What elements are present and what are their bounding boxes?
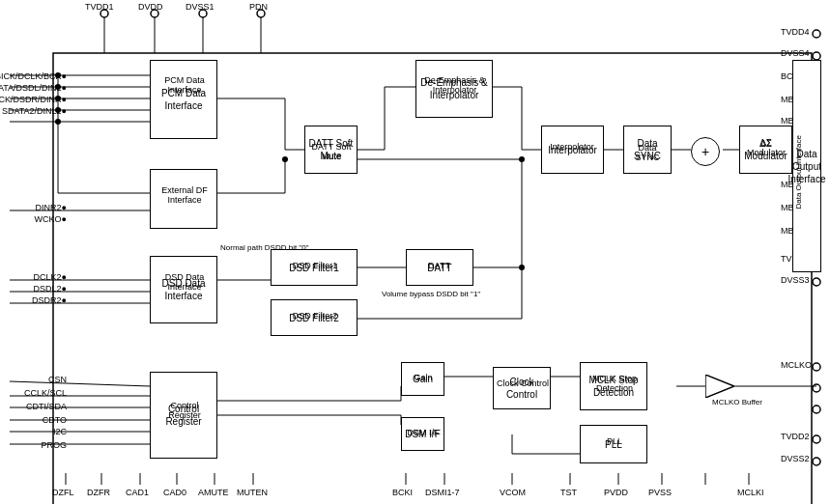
dsm-if-label: DSM I/F (404, 428, 443, 437)
label-mclki: MCLKI (737, 488, 764, 497)
label-cad0: CAD0 (163, 488, 186, 497)
label-dclk2: DCLK2● (34, 272, 67, 282)
label-vcom: VCOM (500, 488, 526, 497)
label-tvdd4: TVDD4 (781, 27, 810, 37)
svg-point-66 (519, 265, 525, 270)
label-dvdd: DVDD (138, 2, 163, 12)
svg-point-19 (813, 278, 820, 286)
label-pvss: PVSS (648, 488, 672, 497)
label-pdn: PDN (249, 2, 268, 12)
svg-point-54 (519, 156, 525, 162)
control-reg-label: Control Register (155, 401, 215, 420)
label-pvdd: PVDD (604, 488, 628, 497)
pcm-label: PCM Data Interface (157, 75, 213, 95)
label-dsmi: DSMI1-7 (425, 488, 460, 497)
label-dinr2: DINR2● (36, 203, 67, 212)
label-prog: PROG (41, 440, 67, 450)
gain-label: Gain (404, 373, 443, 382)
svg-point-21 (813, 384, 820, 392)
datt-dsd-label: DATT (408, 261, 471, 270)
svg-marker-107 (705, 375, 734, 398)
datt-sm-label: DATT Soft Mute (307, 142, 356, 161)
de-emphasis-label: De-Emphasis & Interpolator (418, 75, 491, 95)
clock-ctrl-label: Clock Control (496, 378, 550, 388)
svg-point-34 (55, 119, 61, 125)
label-cclk: CCLK/SCL (24, 388, 67, 398)
sum-junction: + (691, 137, 720, 166)
data-output-label: Data Output Interface (794, 135, 821, 210)
interpolator-label: Interpolator (543, 142, 601, 152)
ext-df-label: External DF Interface (157, 185, 213, 205)
label-dvss4: DVSS4 (781, 48, 810, 58)
pcm-data-interface-box: PCM Data Interface (150, 60, 217, 139)
dsd-label-inner: DSD Data Interface (157, 272, 213, 292)
label-wcko: WCKO● (35, 214, 67, 224)
svg-point-8 (813, 30, 820, 38)
label-bick: BICK/DCLK/BCK● (0, 71, 67, 81)
label-dvss3: DVSS3 (781, 275, 810, 285)
svg-point-23 (813, 435, 820, 443)
svg-point-9 (813, 52, 820, 60)
label-cad1: CAD1 (126, 488, 149, 497)
block-diagram: TVDD1 DVDD DVSS1 PDN BICK/DCLK/BCK● SDAT… (0, 0, 830, 504)
data-sync-label: Data SYNC (626, 143, 669, 162)
label-bcki: BCKI (392, 488, 413, 497)
normal-path-label: Normal path DSDD bit "0" (220, 243, 309, 252)
svg-point-20 (813, 363, 820, 371)
delta-sigma-label: ΔΣ Modulator (742, 138, 790, 157)
svg-point-24 (813, 458, 820, 465)
label-sdata: SDATA/DSDL/DINL● (0, 83, 67, 93)
label-cdti: CDTI/SDA (26, 402, 67, 411)
label-dvss1: DVSS1 (186, 2, 215, 12)
label-sdata2: SDATA2/DINL2● (2, 106, 67, 116)
label-dzfr: DZFR (87, 488, 110, 497)
label-tst: TST (560, 488, 577, 497)
svg-line-67 (10, 381, 150, 386)
label-csn: CSN (48, 375, 67, 384)
label-mclko: MCLKO (781, 360, 812, 370)
svg-point-46 (282, 156, 288, 162)
label-amute: AMUTE (198, 488, 229, 497)
mclk-stop-label: MCLK Stop Detection (582, 374, 647, 393)
label-tvdd2: TVDD2 (781, 432, 810, 441)
clock-control-box: Clock Control (493, 367, 551, 409)
mclko-buffer-label: MCLKO Buffer (712, 398, 762, 406)
label-dsdr2: DSDR2● (32, 295, 67, 305)
volume-bypass-label: Volume bypass DSDD bit "1" (382, 290, 480, 298)
label-dsdl2: DSDL2● (34, 284, 67, 294)
label-dzfl: DZFL (52, 488, 74, 497)
label-lrck: LRCK/DSDR/DINR● (0, 95, 67, 104)
dsd-filter1-label: DSD Filter1 (275, 261, 355, 270)
label-muten: MUTEN (237, 488, 268, 497)
label-i2c: I2C (53, 427, 67, 436)
label-cdto: CDTO (43, 415, 67, 425)
svg-point-22 (813, 406, 820, 413)
pll-label: PLL (594, 436, 635, 446)
dsd-filter2-label: DSD Filter2 (275, 311, 355, 321)
label-dvss2: DVSS2 (781, 454, 810, 463)
label-tvdd1: TVDD1 (85, 2, 114, 12)
mclko-buffer (705, 375, 734, 398)
